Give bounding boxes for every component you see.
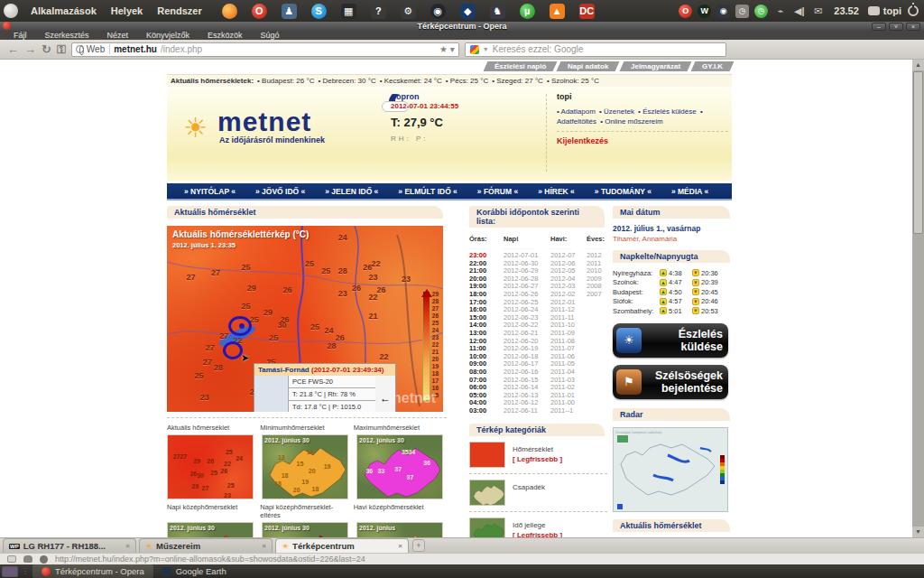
map-thumbnail[interactable]: 2012. június 302326262727272827 <box>167 522 254 537</box>
category-item[interactable]: Idő jellege[ Legfrissebb ] <box>469 517 607 537</box>
year-link[interactable]: 2007 <box>587 291 607 299</box>
taskbar-window[interactable]: Google Earth <box>153 564 236 578</box>
nav-hírek[interactable]: » HÍREK « <box>530 187 583 196</box>
nav-média[interactable]: » MÉDIA « <box>663 187 716 196</box>
dc-icon[interactable]: DC <box>579 4 595 19</box>
day-link[interactable]: 2012-06-11 <box>504 407 550 415</box>
year-link[interactable] <box>587 399 607 407</box>
category-item[interactable]: Hőmérséklet[ Legfrissebb ] <box>469 442 607 468</box>
category-thumbnail[interactable] <box>469 517 505 537</box>
year-link[interactable] <box>587 322 607 330</box>
year-link[interactable] <box>587 338 607 346</box>
year-link[interactable] <box>587 353 607 361</box>
user-link[interactable]: • Észlelés küldése <box>638 107 698 116</box>
scrollbar-thumb[interactable] <box>913 71 923 234</box>
panel-menu-alkalmazások[interactable]: Alkalmazások <box>23 0 104 22</box>
back-button[interactable]: ← <box>7 43 19 56</box>
skype-icon[interactable]: S <box>311 4 327 19</box>
map-thumbnail[interactable]: 2012. június 30 <box>262 522 348 537</box>
year-link[interactable] <box>587 407 607 415</box>
nav-tudomány[interactable]: » TUDOMÁNY « <box>587 187 660 196</box>
tab-close-button[interactable]: × <box>125 542 130 550</box>
taskbar-window[interactable]: Térképcentrum - Opera <box>32 564 153 578</box>
address-field[interactable]: Web metnet.hu/index.php ★ ▾ <box>71 42 459 57</box>
menu-fájl[interactable]: Fájl <box>5 31 35 40</box>
cube-icon[interactable]: ◆ <box>460 4 476 19</box>
radar-map[interactable]: Országos kompozit radarkép <box>613 427 728 512</box>
tray-clock-badge-icon[interactable]: ◷ <box>735 5 749 18</box>
settings-icon[interactable]: ⚙ <box>401 4 416 19</box>
tray-mail-icon[interactable]: ✉ <box>811 5 825 18</box>
tray-w-icon[interactable]: W <box>698 5 711 18</box>
panel-menu-helyek[interactable]: Helyek <box>104 0 150 22</box>
package-icon[interactable]: ? <box>371 4 386 19</box>
browser-tab[interactable]: ☀Térképcentrum× <box>275 538 409 553</box>
key-icon[interactable]: ⚿ <box>57 43 66 56</box>
steam-icon[interactable]: ◉ <box>430 4 446 19</box>
user-link[interactable]: • Adatlapom <box>557 107 597 116</box>
close-button[interactable]: × <box>906 23 920 31</box>
tray-opera-icon[interactable]: O <box>679 5 692 18</box>
month-link[interactable]: 2011--1 <box>550 407 587 415</box>
bookmark-star-icon[interactable]: ★ ▾ <box>439 44 455 54</box>
temperature-map[interactable]: Aktuális hőmérséklettérkép (°C) 2012. jú… <box>167 226 443 412</box>
menu-súgó[interactable]: Súgó <box>253 31 288 40</box>
panels-icon[interactable] <box>7 555 16 563</box>
map-thumbnail[interactable]: 2012. június212022211922222122 <box>356 522 443 537</box>
menu-könyvjelzők[interactable]: Könyvjelzők <box>138 31 198 40</box>
year-link[interactable] <box>587 368 607 377</box>
forward-button[interactable]: → <box>24 43 36 56</box>
year-link[interactable] <box>587 306 607 314</box>
user-link[interactable]: • Online műszereim <box>600 117 663 126</box>
tray-plug-icon[interactable]: ⌁ <box>773 5 787 18</box>
category-item[interactable]: Csapadék <box>469 480 607 506</box>
firefox-icon[interactable] <box>222 4 237 19</box>
site-logo[interactable]: ☀ metnet Az időjárásról mindenkinek <box>187 107 325 144</box>
page-scrollbar[interactable]: ▲ ▼ <box>912 60 924 537</box>
menu-eszközök[interactable]: Eszközök <box>199 31 251 40</box>
category-label[interactable]: Hőmérséklet <box>513 445 562 453</box>
year-link[interactable] <box>587 330 607 338</box>
tray-volume-icon[interactable]: ◀| <box>792 5 806 18</box>
category-thumbnail[interactable] <box>469 480 505 506</box>
show-desktop-button[interactable] <box>2 566 18 577</box>
search-field[interactable]: ▼ Keresés ezzel: Google <box>465 42 726 57</box>
map-thumbnail[interactable]: 272729262522242630252629272523 <box>167 434 254 499</box>
turbo-icon[interactable] <box>40 555 48 564</box>
category-label[interactable]: Csapadék <box>513 483 545 491</box>
menu-nézet[interactable]: Nézet <box>99 31 137 40</box>
user-link[interactable]: • Üzenetek <box>599 107 636 116</box>
tray-green-clock-icon[interactable]: ◷ <box>754 5 768 18</box>
send-observation-button[interactable]: ☀ Észlelésküldése <box>613 323 728 358</box>
vlc-icon[interactable]: ▲ <box>550 4 565 19</box>
panel-user-menu[interactable]: topi <box>868 5 901 16</box>
year-link[interactable] <box>587 314 607 322</box>
tray-steam-icon[interactable]: ◉ <box>716 5 730 18</box>
opera-launcher-icon[interactable]: O <box>252 4 267 19</box>
map-thumbnail[interactable]: 2012. június 3013161519201818192018 <box>262 434 348 499</box>
browser-tab[interactable]: ☀Műszereim× <box>139 538 273 553</box>
menu-szerkesztés[interactable]: Szerkesztés <box>37 31 97 40</box>
tab-close-button[interactable]: × <box>398 542 402 550</box>
year-link[interactable] <box>587 345 607 353</box>
users-icon[interactable]: ♟ <box>282 4 297 19</box>
report-extremes-button[interactable]: ⚑ Szélsöségekbejelentése <box>613 365 728 399</box>
year-link[interactable] <box>587 360 607 368</box>
category-thumbnail[interactable] <box>469 442 505 468</box>
restore-button[interactable]: ˅ <box>889 23 903 31</box>
year-link[interactable] <box>587 384 607 392</box>
nav-jövő-idő[interactable]: » JÖVŐ IDŐ « <box>247 187 313 196</box>
logout-link[interactable]: Kijelentkezés <box>557 136 728 145</box>
reload-button[interactable]: ↻ <box>42 43 51 56</box>
mu-icon[interactable]: µ <box>520 4 535 19</box>
site-tab[interactable]: GY.I.K <box>690 61 734 71</box>
nav-nyitólap[interactable]: » NYITÓLAP « <box>176 187 244 196</box>
sync-cloud-icon[interactable] <box>23 555 32 563</box>
search-dropdown-arrow[interactable]: ▼ <box>483 46 489 52</box>
hour-link[interactable]: 03:00 <box>469 407 504 415</box>
power-icon[interactable] <box>908 5 919 16</box>
year-link[interactable] <box>587 392 607 400</box>
panel-menu-rendszer[interactable]: Rendszer <box>150 0 209 22</box>
minimize-button[interactable]: ‒ <box>872 23 886 31</box>
distro-menu-icon[interactable] <box>4 4 18 18</box>
